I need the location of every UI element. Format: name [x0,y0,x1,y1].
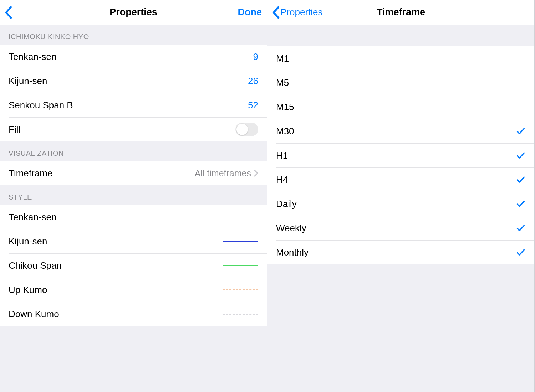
checkmark-icon [516,199,526,209]
row-label: Tenkan-sen [9,51,253,62]
row-value: 9 [253,51,258,62]
line-swatch [223,241,258,242]
back-label: Properties [280,7,323,18]
style-row[interactable]: Down Kumo [0,302,267,326]
timeframe-row[interactable]: M5 [268,71,534,95]
row-label: H1 [276,150,516,161]
style-row[interactable]: Kijun-sen [0,229,267,253]
row-label: Daily [276,198,516,210]
section-style: Tenkan-senKijun-senChikou SpanUp KumoDow… [0,205,267,326]
toggle-knob [236,124,248,135]
row-value: 52 [248,100,258,111]
row-label: Monthly [276,247,516,258]
back-button[interactable] [5,6,12,19]
checkmark-icon [516,126,526,136]
section-timeframes: M1M5M15M30H1H4DailyWeeklyMonthly [268,46,534,264]
style-row[interactable]: Tenkan-sen [0,205,267,229]
row-label: Timeframe [9,168,195,179]
row-label: Senkou Span B [9,100,248,111]
timeframe-row[interactable]: M15 [268,95,534,119]
row-fill: Fill [0,117,267,141]
timeframe-row[interactable]: M30 [268,119,534,143]
style-row[interactable]: Chikou Span [0,253,267,278]
section-header-visualization: VISUALIZATION [0,141,267,161]
chevron-left-icon [272,6,280,19]
checkmark-icon [516,247,526,257]
row-label: Kijun-sen [9,76,248,87]
chevron-right-icon [254,170,258,177]
row-label: Tenkan-sen [9,212,223,223]
section-header-blank [268,25,534,46]
line-swatch [223,217,258,217]
row-label: Chikou Span [9,260,223,271]
row-label: H4 [276,174,516,185]
navbar-properties: Properties Done [0,0,267,25]
row-label: Up Kumo [9,284,223,295]
chevron-left-icon [5,6,12,19]
line-swatch [223,314,258,315]
timeframe-row[interactable]: M1 [268,46,534,71]
row-value: All timeframes [195,168,251,179]
row-tenkan[interactable]: Tenkan-sen 9 [0,45,267,69]
section-visualization: Timeframe All timeframes [0,161,267,185]
timeframe-row[interactable]: Monthly [268,240,534,264]
timeframe-row[interactable]: H4 [268,167,534,192]
row-label: Weekly [276,223,516,234]
section-header-ichimoku: ICHIMOKU KINKO HYO [0,25,267,45]
page-title: Properties [109,7,157,18]
row-label: M15 [276,102,526,113]
done-button[interactable]: Done [238,7,262,18]
timeframe-row[interactable]: Weekly [268,216,534,240]
timeframe-pane: Properties Timeframe M1M5M15M30H1H4Daily… [268,0,535,392]
checkmark-icon [516,150,526,160]
fill-toggle[interactable] [235,123,258,136]
row-label: M5 [276,77,526,88]
navbar-timeframe: Properties Timeframe [268,0,534,25]
line-swatch [223,289,258,290]
row-label: Kijun-sen [9,236,223,247]
section-header-style: STYLE [0,185,267,205]
row-senkou[interactable]: Senkou Span B 52 [0,93,267,117]
style-row[interactable]: Up Kumo [0,278,267,302]
timeframe-row[interactable]: H1 [268,143,534,167]
row-label: M1 [276,53,526,64]
row-timeframe[interactable]: Timeframe All timeframes [0,161,267,185]
row-label: M30 [276,126,516,137]
timeframe-row[interactable]: Daily [268,192,534,216]
checkmark-icon [516,175,526,185]
row-kijun[interactable]: Kijun-sen 26 [0,69,267,93]
row-label: Down Kumo [9,309,223,320]
properties-pane: Properties Done ICHIMOKU KINKO HYO Tenka… [0,0,268,392]
row-label: Fill [9,124,235,135]
checkmark-icon [516,223,526,233]
section-ichimoku: Tenkan-sen 9 Kijun-sen 26 Senkou Span B … [0,45,267,141]
line-swatch [223,265,258,266]
row-value: 26 [248,76,258,87]
back-button[interactable]: Properties [272,6,323,19]
page-title: Timeframe [377,7,425,18]
